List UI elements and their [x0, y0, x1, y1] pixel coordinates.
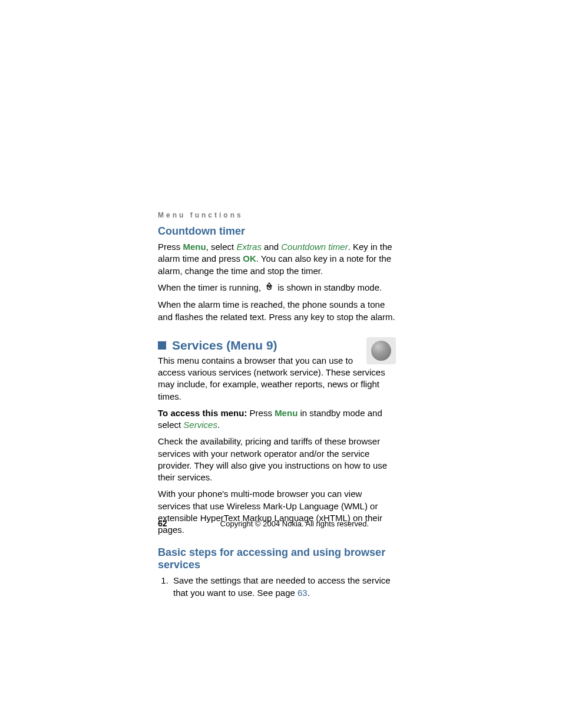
heading-basic-steps: Basic steps for accessing and using brow… — [158, 546, 396, 571]
running-header: Menu functions — [158, 211, 396, 219]
menu-item-services: Services — [183, 420, 217, 430]
label-to-access: To access this menu: — [158, 408, 247, 418]
paragraph: With your phone's multi-mode browser you… — [158, 488, 396, 536]
heading-countdown-timer: Countdown timer — [158, 225, 396, 238]
timer-icon — [265, 282, 274, 294]
menu-item-countdown-timer: Countdown timer — [281, 242, 348, 252]
page-footer: 62 Copyright © 2004 Nokia. All rights re… — [158, 519, 396, 528]
page-content: Menu functions Countdown timer Press Men… — [158, 211, 396, 604]
ordered-list: Save the settings that are needed to acc… — [158, 575, 396, 599]
paragraph: To access this menu: Press Menu in stand… — [158, 407, 396, 431]
page-number: 62 — [158, 519, 193, 528]
square-bullet-icon — [158, 341, 166, 350]
paragraph: Press Menu, select Extras and Countdown … — [158, 241, 396, 277]
copyright-text: Copyright © 2004 Nokia. All rights reser… — [193, 519, 396, 528]
paragraph: Check the availability, pricing and tari… — [158, 436, 396, 483]
key-label-menu: Menu — [275, 408, 297, 418]
list-item: Save the settings that are needed to acc… — [171, 575, 396, 599]
heading-services: Services (Menu 9) — [172, 338, 277, 353]
paragraph: When the timer is running, is shown in s… — [158, 282, 396, 295]
page-link[interactable]: 63 — [297, 588, 308, 598]
key-label-menu: Menu — [183, 242, 206, 252]
globe-icon — [366, 337, 396, 364]
menu-item-extras: Extras — [236, 242, 262, 252]
key-label-ok: OK — [243, 253, 256, 263]
heading-row: Services (Menu 9) — [158, 338, 396, 353]
paragraph: When the alarm time is reached, the phon… — [158, 299, 396, 323]
paragraph: This menu contains a browser that you ca… — [158, 355, 396, 403]
